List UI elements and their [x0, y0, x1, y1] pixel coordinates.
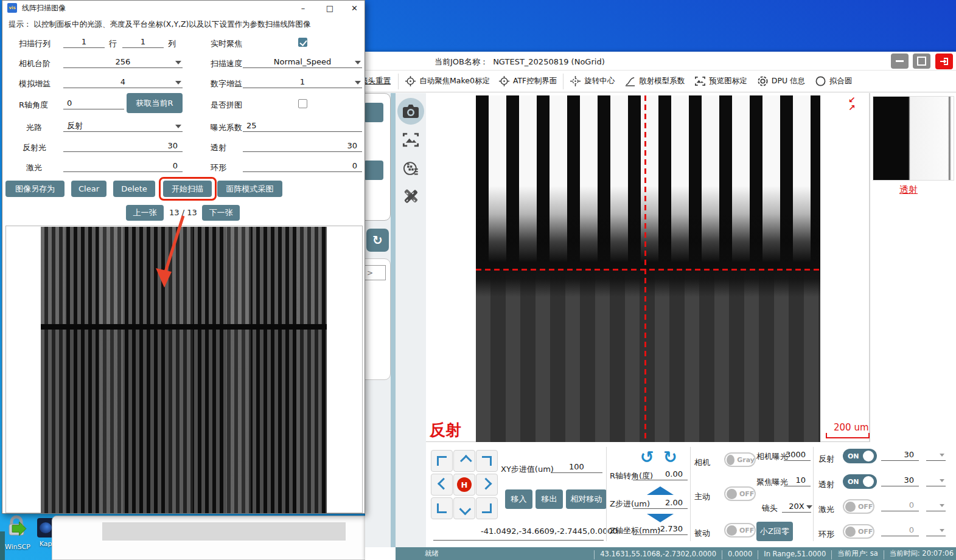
reflect-light-input[interactable]: 30 [63, 140, 183, 152]
scan-speed-select[interactable]: Normal_Speed [243, 56, 362, 68]
light-reflect-toggle[interactable]: ON [843, 449, 877, 463]
annotation-arrow [148, 213, 197, 292]
move-down-button[interactable] [453, 497, 475, 519]
live-camera-image[interactable] [476, 95, 820, 442]
hidden-button-fragment[interactable] [364, 103, 383, 122]
window-maximize-button[interactable] [913, 54, 930, 69]
light-transmit-select[interactable] [926, 474, 946, 486]
ring-light-input[interactable]: 0 [243, 160, 362, 172]
r-angle-value[interactable]: 0.00 [633, 468, 688, 480]
light-transmit-value[interactable]: 30 [881, 474, 919, 486]
z-position-value[interactable]: -2.730 [633, 523, 688, 535]
background-window-scrollbar[interactable] [102, 522, 346, 541]
dialog-maximize-button[interactable]: □ [318, 1, 342, 15]
window-exit-button[interactable] [935, 54, 953, 69]
lens-value: 20X [789, 502, 804, 511]
scan-cols-input[interactable]: 1 [122, 36, 164, 48]
active-toggle[interactable]: OFF [724, 486, 756, 501]
toggle-label: ON [848, 478, 859, 486]
chevron-down-icon [940, 479, 944, 482]
measure-tools-button[interactable] [402, 189, 419, 206]
thumbnail-label[interactable]: 透射 [899, 184, 918, 196]
chevron-down-icon [940, 529, 944, 532]
digital-gain-select[interactable]: 1 [243, 76, 362, 88]
light-laser-toggle[interactable]: OFF [843, 499, 874, 514]
move-up-button[interactable] [453, 450, 475, 472]
stitch-label: 是否拼图 [211, 100, 242, 111]
exposure-coef-input[interactable]: 25 [243, 120, 362, 132]
analog-gain-select[interactable]: 4 [63, 76, 183, 88]
toolbar-item-scatter-model[interactable]: 散射模型系数 [624, 75, 685, 87]
move-out-button[interactable]: 移出 [536, 489, 563, 509]
dialog-close-button[interactable]: ✕ [344, 1, 365, 15]
dialog-minimize-button[interactable]: – [291, 1, 315, 15]
image-view-button[interactable] [402, 131, 419, 148]
wafer-map-button[interactable] [402, 160, 419, 177]
transmit-light-input[interactable]: 30 [243, 140, 362, 152]
move-down-left-button[interactable] [431, 497, 453, 519]
hidden-button-fragment[interactable] [364, 161, 383, 180]
rotate-ccw-button[interactable]: ↺ [640, 448, 654, 466]
next-image-button[interactable]: 下一张 [202, 205, 240, 221]
camera-exposure-value[interactable]: 3000 [784, 449, 811, 461]
move-up-right-button[interactable] [476, 450, 498, 472]
area-mode-capture-button[interactable]: 面阵模式采图 [217, 181, 282, 197]
light-ring-value[interactable]: 0 [881, 524, 919, 536]
toolbar-item-preview-calibration[interactable]: 预览图标定 [694, 75, 747, 87]
light-reflect-value[interactable]: 30 [881, 449, 919, 461]
toolbar-item-fit-circle[interactable]: 拟合圆 [815, 75, 853, 87]
exit-icon [940, 57, 949, 66]
move-right-button[interactable] [476, 474, 498, 496]
light-path-select[interactable]: 反射 [63, 120, 183, 132]
light-laser-value[interactable]: 0 [881, 499, 919, 511]
light-ring-toggle[interactable]: OFF [843, 524, 874, 539]
status-ready: 就绪 [425, 549, 439, 558]
xy-step-value[interactable]: 100 [551, 461, 602, 473]
splitter-bar[interactable] [391, 93, 396, 547]
move-up-left-button[interactable] [431, 450, 453, 472]
relative-move-button[interactable]: 相对移动 [566, 489, 607, 509]
toolbar-item-atf-control[interactable]: ATF控制界面 [498, 75, 557, 87]
z-up-button[interactable] [647, 486, 674, 495]
dialog-titlebar[interactable]: vis 线阵扫描图像 – □ ✕ [2, 1, 365, 15]
toolbar-item-dpu-info[interactable]: DPU 信息 [757, 75, 805, 87]
console-input[interactable]: > [364, 265, 386, 280]
realtime-focus-checkbox[interactable] [298, 38, 307, 47]
scan-rows-input[interactable]: 1 [63, 36, 105, 48]
move-in-button[interactable]: 移入 [505, 489, 532, 509]
delete-button[interactable]: Delete [113, 181, 155, 197]
start-scan-button[interactable]: 开始扫描 [163, 181, 212, 197]
light-laser-select[interactable] [926, 499, 946, 511]
save-image-as-button[interactable]: 图像另存为 [5, 181, 65, 197]
transmission-thumbnail[interactable] [873, 96, 954, 181]
z-home-button[interactable]: 小Z回零 [756, 522, 793, 541]
home-button[interactable]: H [453, 474, 475, 496]
camera-tool-button[interactable] [402, 103, 419, 119]
collapse-arrows-icon[interactable]: ↙↗ [848, 96, 856, 112]
digital-gain-label: 数字增益 [211, 78, 242, 89]
light-ring-select[interactable] [926, 524, 946, 536]
camera-step-select[interactable]: 256 [63, 56, 183, 68]
window-minimize-button[interactable] [891, 54, 909, 69]
light-reflect-select[interactable] [926, 449, 946, 461]
get-current-r-button[interactable]: 获取当前R [127, 93, 183, 113]
toolbar-item-autofocus-make0[interactable]: 自动聚焦Make0标定 [405, 75, 490, 87]
lens-select[interactable]: 20X [782, 500, 811, 513]
focus-exposure-value[interactable]: 10 [784, 474, 811, 486]
z-down-button[interactable] [647, 514, 674, 522]
stitch-checkbox[interactable] [298, 99, 307, 108]
desktop-icon-winscp[interactable]: WinSCP [0, 514, 35, 551]
move-left-button[interactable] [431, 474, 453, 496]
analog-gain-label: 模拟增益 [19, 78, 51, 89]
move-down-right-button[interactable] [476, 497, 498, 519]
light-transmit-toggle[interactable]: ON [843, 474, 877, 489]
laser-light-input[interactable]: 0 [63, 160, 183, 172]
sync-settings-button[interactable]: ↻ [366, 229, 389, 252]
camera-gray-toggle[interactable]: Gray [724, 452, 756, 467]
toolbar-item-rotation-center[interactable]: 旋转中心 [570, 75, 615, 87]
passive-toggle[interactable]: OFF [724, 523, 756, 538]
clear-button[interactable]: Clear [71, 181, 106, 197]
rotate-cw-button[interactable]: ↻ [663, 448, 677, 466]
z-step-value[interactable]: 2.00 [633, 497, 688, 509]
r-axis-angle-input[interactable]: 0 [63, 97, 124, 109]
